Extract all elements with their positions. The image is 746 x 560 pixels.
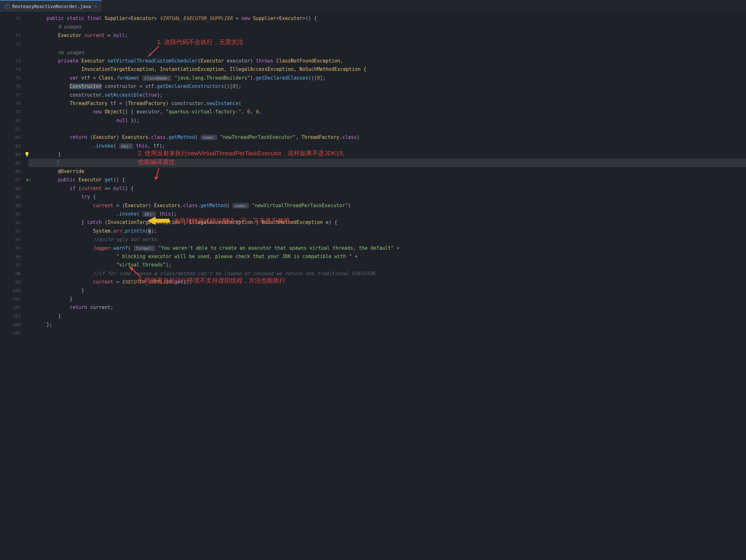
code-line[interactable]: Constructor constructor = vtf.getDeclare… bbox=[35, 82, 746, 90]
line-number: 77 bbox=[0, 91, 28, 99]
line-number: 88 bbox=[0, 184, 28, 193]
code-line[interactable]: no usages bbox=[35, 48, 746, 57]
code-line[interactable]: constructor.setAccessible(true); bbox=[35, 91, 746, 99]
code-line[interactable]: " blocking executor will be used, please… bbox=[35, 252, 746, 261]
code-line[interactable]: 4 usages bbox=[35, 23, 746, 31]
line-number: 102 bbox=[0, 303, 28, 312]
code-line[interactable]: InvocationTargetException, Instantiation… bbox=[35, 65, 746, 74]
tab-bar: C ResteasyReactiveRecorder.java × bbox=[0, 0, 746, 12]
line-number: 84 bbox=[0, 150, 28, 159]
code-line[interactable]: private Executor setVirtualThreadCustomS… bbox=[35, 57, 746, 65]
line-number: 91 bbox=[0, 210, 28, 218]
code-line[interactable]: .invoke( obj: this); bbox=[35, 210, 746, 218]
line-number: 74 bbox=[0, 65, 28, 74]
line-number: 78 bbox=[0, 99, 28, 108]
line-number: 100 bbox=[0, 286, 28, 295]
code-line[interactable]: @Override bbox=[35, 167, 746, 176]
line-number: 81 bbox=[0, 125, 28, 133]
line-number: 90 bbox=[0, 201, 28, 210]
line-number: 96 bbox=[0, 252, 28, 261]
editor-tab[interactable]: C ResteasyReactiveRecorder.java × bbox=[0, 0, 102, 12]
line-number: 101 bbox=[0, 295, 28, 303]
line-number: 70 bbox=[0, 14, 28, 23]
line-number: 103 bbox=[0, 312, 28, 320]
code-line[interactable]: //if for some reason a class/method can'… bbox=[35, 269, 746, 278]
code-line[interactable]: var vtf = Class.forName( className: "jav… bbox=[35, 74, 746, 82]
line-number: 93 bbox=[0, 227, 28, 235]
code-line[interactable]: public Executor get() { bbox=[35, 176, 746, 184]
line-number: 86 bbox=[0, 167, 28, 176]
code-line[interactable]: }; bbox=[35, 320, 746, 329]
code-line[interactable]: new Object[] { executor, "quarkus-virtua… bbox=[35, 108, 746, 116]
code-line[interactable]: current = EXECUTOR_SUPPLIER.get(); bbox=[35, 278, 746, 286]
code-line[interactable]: try { bbox=[35, 193, 746, 201]
line-number: 99 bbox=[0, 278, 28, 286]
line-number: 75 bbox=[0, 74, 28, 82]
code-line[interactable]: current = (Executor) Executors.class.get… bbox=[35, 201, 746, 210]
line-number: 89 bbox=[0, 193, 28, 201]
cursor bbox=[58, 160, 58, 166]
line-number: 80 bbox=[0, 116, 28, 125]
line-number: 105 bbox=[0, 329, 28, 337]
editor[interactable]: 70 71 72 73 74 75 76 77 78 79 80 81 82 8… bbox=[0, 12, 746, 560]
code-line[interactable]: } bbox=[35, 286, 746, 295]
code-line[interactable]: //quite ugly but works bbox=[35, 235, 746, 244]
line-number: 83 bbox=[0, 142, 28, 150]
gutter: 70 71 72 73 74 75 76 77 78 79 80 81 82 8… bbox=[0, 12, 28, 560]
code-line[interactable]: return (Executor) Executors.class.getMet… bbox=[35, 133, 746, 141]
code-line[interactable]: logger.warnf( format: "You weren't able … bbox=[35, 244, 746, 252]
line-number: 95 bbox=[0, 244, 28, 252]
code-line[interactable]: } bbox=[35, 312, 746, 320]
close-icon[interactable]: × bbox=[94, 3, 97, 9]
code-line[interactable]: } bbox=[35, 295, 746, 303]
code-line[interactable]: System.err.println(e); bbox=[35, 227, 746, 235]
code-line[interactable]: } bbox=[35, 150, 746, 159]
code-line[interactable]: .invoke( obj: this, tf); bbox=[35, 142, 746, 150]
line-number: 71 bbox=[0, 31, 28, 39]
code-line[interactable] bbox=[35, 329, 746, 337]
line-number: 94 bbox=[0, 235, 28, 244]
code-line[interactable]: null }); bbox=[35, 116, 746, 125]
code-line[interactable] bbox=[35, 125, 746, 133]
java-class-icon: C bbox=[4, 4, 10, 9]
line-number: 73 bbox=[0, 57, 28, 65]
line-number: 92 bbox=[0, 218, 28, 226]
code-line[interactable]: public static final Supplier<Executor> V… bbox=[35, 14, 746, 23]
code-line[interactable]: return current; bbox=[35, 303, 746, 312]
line-number bbox=[0, 48, 28, 57]
code-line[interactable] bbox=[28, 159, 746, 167]
line-number: 82 bbox=[0, 133, 28, 141]
line-number: 79 bbox=[0, 108, 28, 116]
line-number bbox=[0, 23, 28, 31]
code-line[interactable]: "virtual threads"); bbox=[35, 261, 746, 269]
line-number: 98 bbox=[0, 269, 28, 278]
code-area[interactable]: public static final Supplier<Executor> V… bbox=[28, 12, 746, 560]
code-line[interactable]: if (current == null) { bbox=[35, 184, 746, 193]
code-line[interactable]: ThreadFactory tf = (ThreadFactory) const… bbox=[35, 99, 746, 108]
line-number: 87 bbox=[0, 176, 28, 184]
line-number: 97 bbox=[0, 261, 28, 269]
line-number: 76 bbox=[0, 82, 28, 90]
line-number: 104 bbox=[0, 320, 28, 329]
tab-filename: ResteasyReactiveRecorder.java bbox=[12, 4, 91, 9]
code-line[interactable]: } catch (InvocationTargetException | Ill… bbox=[35, 218, 746, 226]
line-number: 72 bbox=[0, 39, 28, 48]
line-number: 85 bbox=[0, 159, 28, 167]
code-line[interactable] bbox=[35, 39, 746, 48]
code-line[interactable]: Executor current = null; bbox=[35, 31, 746, 39]
